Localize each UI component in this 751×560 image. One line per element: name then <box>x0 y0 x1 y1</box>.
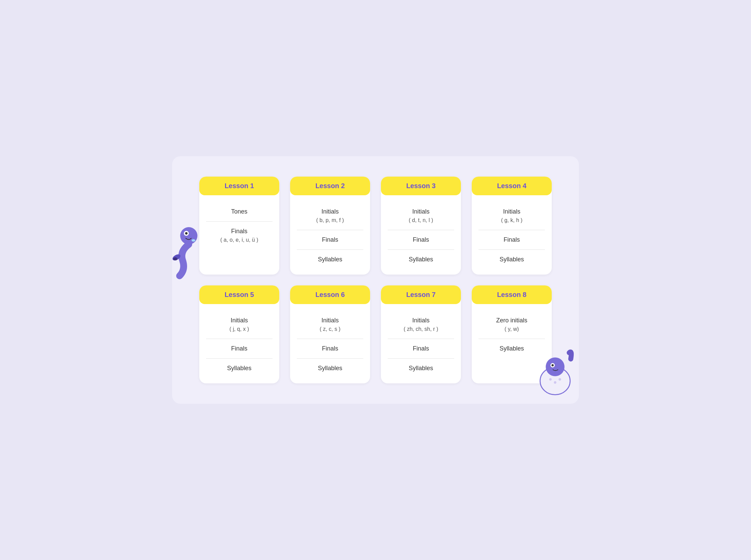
lesson-5-item-0-sub: ( j, q, x ) <box>206 325 272 333</box>
lesson-1-item-1-sub: ( a, o, e, i, u, ü ) <box>206 236 272 244</box>
lesson-header-4: Lesson 4 <box>472 177 552 195</box>
lesson-5-item-2[interactable]: Syllables <box>206 359 272 378</box>
lesson-8-item-0-sub: ( y, w) <box>479 325 545 333</box>
lesson-2-item-1[interactable]: Finals <box>297 230 363 250</box>
lesson-7-item-0-main: Initials <box>388 316 454 325</box>
lesson-card-1[interactable]: Lesson 1TonesFinals( a, o, e, i, u, ü ) <box>199 177 279 275</box>
lesson-7-item-1-main: Finals <box>388 344 454 353</box>
svg-point-5 <box>191 239 195 242</box>
lesson-2-item-0[interactable]: Initials( b, p, m, f ) <box>297 202 363 230</box>
lesson-7-item-0-sub: ( zh, ch, sh, r ) <box>388 325 454 333</box>
lesson-3-item-0[interactable]: Initials( d, t, n, l ) <box>388 202 454 230</box>
lesson-header-7: Lesson 7 <box>381 285 461 304</box>
lesson-header-3: Lesson 3 <box>381 177 461 195</box>
lesson-2-item-2-main: Syllables <box>297 255 363 264</box>
svg-point-11 <box>554 381 556 384</box>
lesson-title-5: Lesson 5 <box>225 291 254 298</box>
lesson-title-4: Lesson 4 <box>497 182 527 189</box>
lesson-2-item-0-main: Initials <box>297 207 363 216</box>
lesson-body-5: Initials( j, q, x )FinalsSyllables <box>199 305 279 383</box>
lesson-6-item-0-sub: ( z, c, s ) <box>297 325 363 333</box>
lesson-5-item-2-main: Syllables <box>206 364 272 373</box>
lesson-5-item-1[interactable]: Finals <box>206 339 272 359</box>
lesson-body-7: Initials( zh, ch, sh, r )FinalsSyllables <box>381 305 461 383</box>
lesson-card-6[interactable]: Lesson 6Initials( z, c, s )FinalsSyllabl… <box>290 285 370 383</box>
lesson-2-item-2[interactable]: Syllables <box>297 250 363 269</box>
lesson-7-item-1[interactable]: Finals <box>388 339 454 359</box>
lesson-4-item-0-sub: ( g, k, h ) <box>479 217 545 224</box>
lesson-7-item-2-main: Syllables <box>388 364 454 373</box>
lesson-title-3: Lesson 3 <box>406 182 436 189</box>
main-container: Lesson 1TonesFinals( a, o, e, i, u, ü )L… <box>172 156 579 404</box>
lesson-1-item-1-main: Finals <box>206 227 272 236</box>
lesson-4-item-1-main: Finals <box>479 236 545 244</box>
lesson-4-item-2-main: Syllables <box>479 255 545 264</box>
lesson-title-8: Lesson 8 <box>497 291 527 298</box>
mascot-left <box>169 217 203 285</box>
lesson-7-item-2[interactable]: Syllables <box>388 359 454 378</box>
lesson-4-item-1[interactable]: Finals <box>479 230 545 250</box>
lesson-5-item-1-main: Finals <box>206 344 272 353</box>
lesson-header-2: Lesson 2 <box>290 177 370 195</box>
lesson-6-item-0-main: Initials <box>297 316 363 325</box>
lesson-2-item-1-main: Finals <box>297 236 363 244</box>
lesson-card-7[interactable]: Lesson 7Initials( zh, ch, sh, r )FinalsS… <box>381 285 461 383</box>
lesson-1-item-0-main: Tones <box>206 207 272 216</box>
lesson-body-6: Initials( z, c, s )FinalsSyllables <box>290 305 370 383</box>
lesson-title-7: Lesson 7 <box>406 291 436 298</box>
lesson-6-item-2[interactable]: Syllables <box>297 359 363 378</box>
lesson-5-item-0[interactable]: Initials( j, q, x ) <box>206 311 272 339</box>
lesson-card-5[interactable]: Lesson 5Initials( j, q, x )FinalsSyllabl… <box>199 285 279 383</box>
lesson-6-item-2-main: Syllables <box>297 364 363 373</box>
svg-point-12 <box>559 378 561 380</box>
svg-point-4 <box>173 257 178 260</box>
lesson-4-item-2[interactable]: Syllables <box>479 250 545 269</box>
lesson-card-3[interactable]: Lesson 3Initials( d, t, n, l )FinalsSyll… <box>381 177 461 275</box>
svg-point-10 <box>549 378 551 380</box>
svg-point-7 <box>546 357 564 376</box>
lesson-6-item-1-main: Finals <box>297 344 363 353</box>
mascot-right <box>535 346 575 397</box>
lesson-6-item-1[interactable]: Finals <box>297 339 363 359</box>
lesson-5-item-0-main: Initials <box>206 316 272 325</box>
lesson-header-8: Lesson 8 <box>472 285 552 304</box>
lesson-header-5: Lesson 5 <box>199 285 279 304</box>
lesson-4-item-0-main: Initials <box>479 207 545 216</box>
lesson-card-4[interactable]: Lesson 4Initials( g, k, h )FinalsSyllabl… <box>472 177 552 275</box>
lesson-header-6: Lesson 6 <box>290 285 370 304</box>
lesson-1-item-0[interactable]: Tones <box>206 202 272 222</box>
lesson-3-item-1-main: Finals <box>388 236 454 244</box>
lesson-body-3: Initials( d, t, n, l )FinalsSyllables <box>381 197 461 275</box>
lesson-3-item-2[interactable]: Syllables <box>388 250 454 269</box>
lesson-title-6: Lesson 6 <box>316 291 345 298</box>
lesson-7-item-0[interactable]: Initials( zh, ch, sh, r ) <box>388 311 454 339</box>
lesson-6-item-0[interactable]: Initials( z, c, s ) <box>297 311 363 339</box>
svg-point-2 <box>185 232 187 235</box>
lesson-title-2: Lesson 2 <box>316 182 345 189</box>
lesson-title-1: Lesson 1 <box>225 182 254 189</box>
lesson-4-item-0[interactable]: Initials( g, k, h ) <box>479 202 545 230</box>
svg-point-9 <box>551 364 553 366</box>
lesson-1-item-1[interactable]: Finals( a, o, e, i, u, ü ) <box>206 222 272 249</box>
lesson-8-item-0-main: Zero initials <box>479 316 545 325</box>
lesson-card-2[interactable]: Lesson 2Initials( b, p, m, f )FinalsSyll… <box>290 177 370 275</box>
lesson-body-1: TonesFinals( a, o, e, i, u, ü ) <box>199 197 279 275</box>
lesson-8-item-0[interactable]: Zero initials( y, w) <box>479 311 545 339</box>
lesson-3-item-0-main: Initials <box>388 207 454 216</box>
lesson-header-1: Lesson 1 <box>199 177 279 195</box>
lesson-body-2: Initials( b, p, m, f )FinalsSyllables <box>290 197 370 275</box>
lessons-grid: Lesson 1TonesFinals( a, o, e, i, u, ü )L… <box>199 177 552 383</box>
lesson-body-4: Initials( g, k, h )FinalsSyllables <box>472 197 552 275</box>
lesson-3-item-0-sub: ( d, t, n, l ) <box>388 217 454 224</box>
lesson-2-item-0-sub: ( b, p, m, f ) <box>297 217 363 224</box>
lesson-3-item-1[interactable]: Finals <box>388 230 454 250</box>
lesson-3-item-2-main: Syllables <box>388 255 454 264</box>
